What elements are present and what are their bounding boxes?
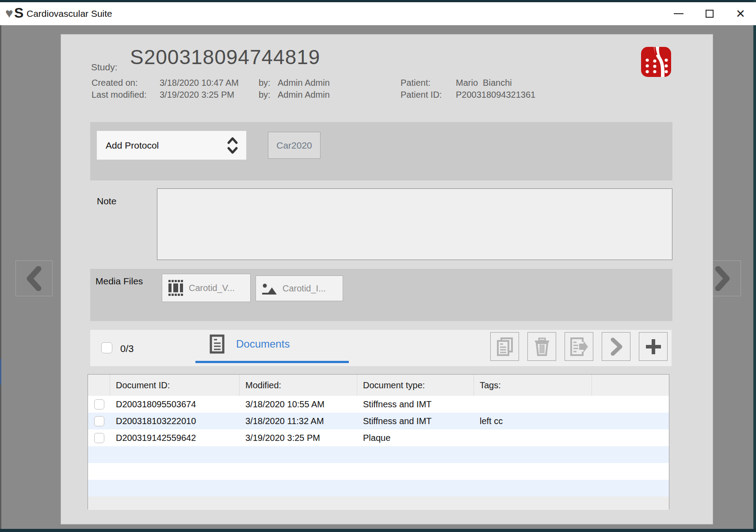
app-logo-icon: ♥ S [5,5,26,23]
tab-active-underline [195,361,349,363]
column-document-id: Document ID: [110,375,240,396]
app-letter-s: S [14,5,23,21]
study-detail-card: Study: S200318094744819 Created on: 3/18… [61,34,713,524]
background-window-edge-right [753,0,756,532]
created-on-value: 3/18/2020 10:47 AM [160,78,239,88]
document-actions [490,332,668,361]
media-file-name: Carotid_V... [189,283,235,293]
chevron-right-icon [609,337,624,356]
copy-document-button[interactable] [490,332,519,361]
row-checkbox[interactable] [94,433,104,443]
table-footer-filler [88,497,669,510]
cell-document-type: Stiffness and IMT [357,416,474,426]
window-controls: ✕ [663,2,756,25]
table-empty-row [88,463,669,480]
column-document-type: Document type: [357,375,474,396]
cell-document-id: D200319142559642 [110,433,240,443]
trash-icon [533,337,551,356]
modified-by-value: Admin Admin [278,90,330,100]
cell-document-type: Stiffness and IMT [357,399,474,410]
modified-by-label: by: [259,90,271,100]
add-protocol-label: Add Protocol [106,140,159,151]
background-window-edge-left [0,2,1,529]
window-title: Cardiovascular Suite [27,8,112,19]
select-all-checkbox[interactable] [101,342,112,353]
created-by-value: Admin Admin [278,78,330,88]
table-row[interactable]: D200318103222010 3/18/2020 11:32 AM Stif… [88,413,669,429]
close-button[interactable]: ✕ [725,2,756,25]
minimize-icon [674,13,683,14]
heart-icon: ♥ [5,6,13,21]
selection-count: 0/3 [120,343,134,355]
created-on-label: Created on: [92,78,138,88]
table-empty-row [88,480,669,497]
chevron-right-icon [712,266,733,291]
documents-table: Document ID: Modified: Document type: Ta… [88,374,669,509]
chevron-left-icon [23,266,45,291]
previous-study-button[interactable] [15,260,53,296]
table-row[interactable]: D200318095503674 3/18/2020 10:55 AM Stif… [88,396,669,413]
note-input[interactable] [157,188,672,260]
filmstrip-icon [168,279,184,297]
document-icon [210,334,225,354]
tab-documents[interactable]: Documents [210,334,290,354]
row-checkbox[interactable] [94,399,104,410]
export-document-button[interactable] [565,332,593,361]
table-row[interactable]: D200319142559642 3/19/2020 3:25 PM Plaqu… [88,429,669,446]
media-file-video-button[interactable]: Carotid_V... [162,274,251,302]
copy-document-icon [496,337,514,356]
cell-tags: left cc [474,416,592,426]
cell-modified: 3/18/2020 11:32 AM [240,416,357,426]
media-file-name: Carotid_I... [283,283,326,294]
study-label: Study: [91,62,118,73]
plus-icon [645,338,662,355]
protocol-car2020-button[interactable]: Car2020 [268,132,321,159]
last-modified-value: 3/19/2020 3:25 PM [160,90,234,100]
chevron-up-down-icon [226,136,239,155]
table-empty-row [88,446,669,463]
documents-toolbar: 0/3 Documents [90,330,672,366]
column-empty [592,375,669,396]
suite-logo-icon [641,47,671,77]
maximize-icon [706,10,714,18]
tab-documents-label: Documents [236,338,290,350]
cell-document-id: D200318103222010 [110,416,240,426]
media-file-image-button[interactable]: Carotid_I... [256,276,343,301]
delete-document-button[interactable] [527,332,556,361]
export-document-icon [569,337,589,356]
background-window-edge-accent [0,359,1,385]
cell-document-type: Plaque [357,433,474,443]
cell-modified: 3/18/2020 10:55 AM [240,399,357,410]
column-tags: Tags: [474,375,592,396]
patient-label: Patient: [401,78,431,88]
cell-document-id: D200318095503674 [110,399,240,410]
last-modified-label: Last modified: [92,90,147,100]
open-document-button[interactable] [602,332,630,361]
app-window: ♥ S Cardiovascular Suite ✕ Study: S20031… [0,0,756,532]
minimize-button[interactable] [663,2,694,25]
title-bar: ♥ S Cardiovascular Suite ✕ [0,2,756,25]
table-header: Document ID: Modified: Document type: Ta… [88,375,669,396]
study-id: S200318094744819 [130,45,320,69]
created-by-label: by: [259,78,271,88]
media-files-label: Media Files [95,276,143,287]
add-protocol-dropdown[interactable]: Add Protocol [97,131,246,160]
row-checkbox[interactable] [94,416,104,426]
cell-modified: 3/19/2020 3:25 PM [240,433,357,443]
note-label: Note [97,196,116,207]
close-icon: ✕ [736,8,745,19]
patient-name: Mario Bianchi [456,78,512,88]
background-window-edge-bottom [0,529,756,532]
header-checkbox-column [88,375,110,396]
column-modified: Modified: [240,375,357,396]
maximize-button[interactable] [694,2,725,25]
patient-id-label: Patient ID: [401,90,442,100]
add-document-button[interactable] [639,332,668,361]
patient-id-value: P200318094321361 [456,90,535,100]
image-icon [261,281,278,295]
